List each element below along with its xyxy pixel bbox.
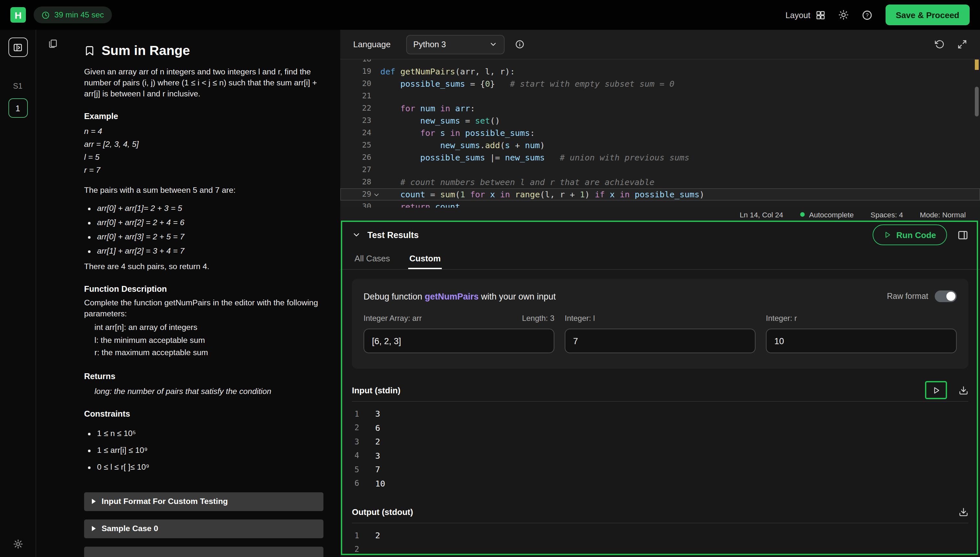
collapsed-section[interactable]: Sample Case 0 <box>84 519 324 538</box>
collapse-arrow-icon <box>92 526 96 531</box>
stdin-download-button[interactable] <box>959 385 969 395</box>
pair-item: arr[0] + arr[3] = 2 + 5 = 7 <box>97 230 324 244</box>
scroll-marker <box>975 60 979 70</box>
function-intro: Complete the function getNumPairs in the… <box>84 298 324 319</box>
io-line: 57 <box>352 463 969 476</box>
language-info-button[interactable] <box>515 39 524 49</box>
code-line[interactable]: 24 for s in possible_sums: <box>340 127 980 139</box>
code-line[interactable]: 19def getNumPairs(arr, l, r): <box>340 65 980 78</box>
play-icon <box>932 386 940 394</box>
code-line[interactable]: 29 count = sum(1 for x in range(l, r + 1… <box>340 188 980 200</box>
timer-badge: 39 min 45 sec <box>34 7 112 23</box>
custom-input-0[interactable] <box>363 329 554 353</box>
stdin-play-annotation <box>925 381 947 399</box>
save-proceed-button[interactable]: Save & Proceed <box>885 5 970 25</box>
code-line[interactable]: 25 new_sums.add(s + num) <box>340 139 980 151</box>
stdin-run-button[interactable] <box>927 383 945 397</box>
raw-format-toggle[interactable] <box>935 290 957 302</box>
custom-field: Integer: l <box>565 314 755 353</box>
scrollbar-thumb[interactable] <box>975 87 979 116</box>
language-select[interactable]: Python 3 <box>406 34 505 54</box>
settings-button[interactable] <box>13 539 23 549</box>
question-list-button[interactable] <box>48 39 58 49</box>
download-icon <box>959 385 969 395</box>
line-number: 27 <box>362 164 371 176</box>
line-number: 26 <box>362 151 371 164</box>
code-line[interactable]: 20 possible_sums = {0} # start with empt… <box>340 78 980 90</box>
code-line[interactable]: 21 <box>340 90 980 102</box>
io-line: 43 <box>352 449 969 463</box>
parameter-line: l: the minimum acceptable sum <box>94 334 324 347</box>
line-number: 30 <box>362 200 371 208</box>
bookmark-icon[interactable] <box>84 45 95 56</box>
raw-format-control: Raw format <box>887 290 957 302</box>
custom-test-body: Debug function getNumPairs with your own… <box>340 270 980 557</box>
io-line-number: 5 <box>355 465 363 474</box>
hackerrank-logo[interactable]: H <box>10 7 26 23</box>
panel-toggle-icon <box>13 42 23 52</box>
svg-text:?: ? <box>866 12 868 18</box>
layout-button[interactable]: Layout <box>786 10 825 20</box>
parameter-line: int arr[n]: an array of integers <box>94 321 324 334</box>
reset-code-button[interactable] <box>935 39 944 49</box>
code-line[interactable]: 26 possible_sums |= new_sums # union wit… <box>340 151 980 164</box>
stdout-content: 122 <box>352 523 969 556</box>
pair-item: arr[1] + arr[2] = 3 + 4 = 7 <box>97 244 324 258</box>
stdout-download-button[interactable] <box>959 507 969 516</box>
code-line[interactable]: 28 # count numbers between l and r that … <box>340 176 980 188</box>
spaces-status[interactable]: Spaces: 4 <box>871 210 903 218</box>
split-panel-button[interactable] <box>957 229 969 240</box>
test-results-title: Test Results <box>368 230 419 240</box>
pair-item: arr[0] + arr[1]= 2 + 3 = 5 <box>97 201 324 215</box>
mode-status[interactable]: Mode: Normal <box>920 210 966 218</box>
theme-toggle-button[interactable] <box>838 10 848 20</box>
field-label: Integer Array: arr <box>363 314 422 323</box>
io-line: 13 <box>352 407 969 421</box>
timer-text: 39 min 45 sec <box>54 10 104 20</box>
code-line[interactable]: 30 return count <box>340 200 980 208</box>
stdin-content[interactable]: 1326324357610 <box>352 402 969 490</box>
custom-input-1[interactable] <box>565 329 755 353</box>
custom-input-2[interactable] <box>766 329 957 353</box>
io-line-value: 6 <box>375 423 380 433</box>
editor-scrollbar[interactable] <box>973 60 980 208</box>
collapsed-section-partial[interactable] <box>84 546 324 557</box>
tab-custom[interactable]: Custom <box>408 248 442 269</box>
pair-item: arr[0] + arr[2] = 2 + 4 = 6 <box>97 215 324 230</box>
code-line[interactable]: 23 new_sums = set() <box>340 114 980 127</box>
collapsed-section[interactable]: Input Format For Custom Testing <box>84 492 324 511</box>
field-label: Integer: r <box>766 314 797 323</box>
test-tabs: All CasesCustom <box>340 248 980 270</box>
line-number: 22 <box>362 102 371 114</box>
stdin-title: Input (stdin) <box>352 385 400 395</box>
help-button[interactable]: ? <box>861 10 872 20</box>
play-icon <box>883 231 891 239</box>
constraint-item: 0 ≤ l ≤ r[ ]≤ 10⁹ <box>97 458 324 475</box>
debug-sentence: Debug function getNumPairs with your own… <box>363 292 556 301</box>
question-intro: Given an array arr of n integers and two… <box>84 67 324 99</box>
questions-panel-button[interactable] <box>8 37 28 57</box>
line-number: 18 <box>362 60 371 65</box>
io-line-value: 7 <box>375 465 380 474</box>
run-code-button[interactable]: Run Code <box>872 225 947 245</box>
io-line-value: 3 <box>375 451 380 461</box>
example-line: arr = [2, 3, 4, 5] <box>84 138 324 151</box>
question-1-button[interactable]: 1 <box>8 98 28 118</box>
autocomplete-status[interactable]: Autocomplete <box>800 210 853 218</box>
code-line[interactable]: 18 <box>340 60 980 65</box>
split-panel-icon <box>957 229 969 240</box>
pairs-list: arr[0] + arr[1]= 2 + 3 = 5arr[0] + arr[2… <box>84 201 324 258</box>
code-editor[interactable]: 1819def getNumPairs(arr, l, r):20 possib… <box>340 60 980 208</box>
line-number: 25 <box>362 139 371 151</box>
fold-icon[interactable] <box>373 192 380 198</box>
tab-all-cases[interactable]: All Cases <box>353 248 391 269</box>
fullscreen-button[interactable] <box>957 39 967 49</box>
chevron-down-icon <box>489 40 497 49</box>
parameters-block: int arr[n]: an array of integersl: the m… <box>84 321 324 359</box>
code-line[interactable]: 22 for num in arr: <box>340 102 980 114</box>
debug-function-name: getNumPairs <box>425 292 479 301</box>
question-panel: Sum in Range Given an array arr of n int… <box>36 30 340 557</box>
io-line-number: 3 <box>355 437 363 446</box>
test-results-toggle[interactable]: Test Results <box>352 230 419 240</box>
code-line[interactable]: 27 <box>340 164 980 176</box>
